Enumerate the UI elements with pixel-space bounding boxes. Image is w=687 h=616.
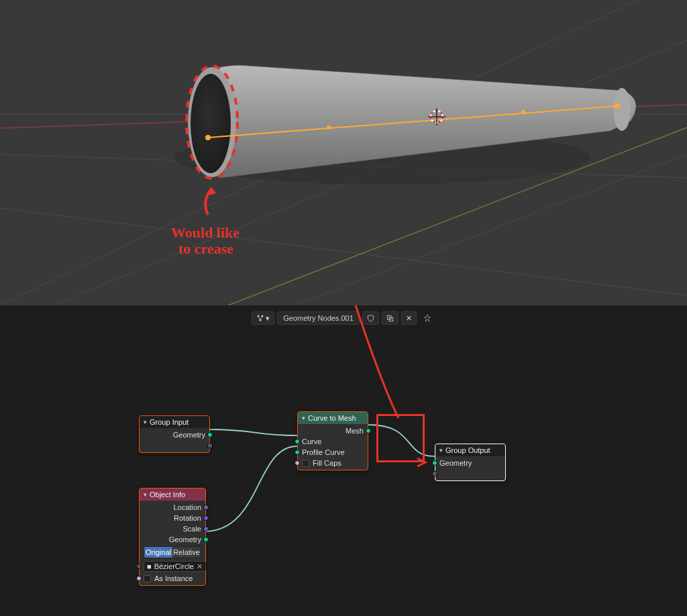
svg-point-12 [521, 110, 525, 114]
svg-line-2 [0, 208, 687, 295]
node-title: Group Input [150, 418, 189, 426]
socket-geometry-out[interactable]: Geometry [140, 534, 205, 545]
socket-geometry-in[interactable]: Geometry [435, 458, 505, 468]
svg-point-13 [615, 103, 620, 109]
as-instance-checkbox[interactable] [144, 575, 151, 582]
collapse-icon[interactable]: ▾ [144, 491, 147, 498]
object-data-icon: ■ [147, 562, 152, 570]
annotation-arrowhead [416, 457, 429, 468]
socket-empty-out[interactable] [140, 440, 209, 451]
collapse-icon[interactable]: ▾ [302, 415, 305, 421]
annotation-text: Would like to crease [171, 225, 240, 257]
shield-icon [367, 315, 374, 322]
pin-button[interactable] [419, 311, 435, 325]
collapse-icon[interactable]: ▾ [439, 447, 443, 454]
socket-mesh-out[interactable]: Mesh [298, 425, 368, 436]
node-curve-to-mesh[interactable]: ▾Curve to Mesh Mesh Curve Profile Curve … [297, 411, 368, 470]
socket-curve-in[interactable]: Curve [298, 436, 368, 447]
pin-icon [423, 314, 431, 322]
object-picker[interactable]: ■ BézierCircle ✕ [144, 561, 206, 572]
copy-icon [386, 315, 394, 322]
transform-space-toggle[interactable]: Original Relative [144, 546, 201, 558]
node-title: Curve to Mesh [308, 414, 356, 422]
socket-profile-curve-in[interactable]: Profile Curve [298, 447, 368, 458]
shield-button[interactable] [362, 311, 379, 325]
viewport-svg [0, 0, 687, 305]
close-icon: ✕ [406, 314, 412, 323]
node-editor-header: ▾ Geometry Nodes.001 ✕ [0, 311, 687, 325]
svg-point-10 [205, 135, 211, 140]
node-group-output[interactable]: ▾Group Output Geometry [435, 444, 506, 481]
svg-point-8 [191, 74, 231, 173]
node-title: Object Info [150, 491, 185, 499]
socket-fill-caps-in[interactable]: Fill Caps [298, 458, 368, 468]
node-title: Group Output [445, 446, 490, 454]
annotation-target-box [376, 414, 425, 462]
clear-object-button[interactable]: ✕ [197, 562, 203, 571]
nodetree-icon [256, 314, 264, 322]
socket-rotation-out[interactable]: Rotation [140, 513, 205, 523]
collapse-icon[interactable]: ▾ [144, 419, 147, 425]
browse-nodegroup-button[interactable]: ▾ [252, 311, 274, 325]
socket-location-out[interactable]: Location [140, 502, 205, 513]
socket-as-instance-in[interactable]: As Instance [140, 573, 205, 584]
viewport-3d[interactable]: Would like to crease [0, 0, 687, 305]
unlink-button[interactable]: ✕ [401, 311, 417, 325]
socket-empty-in[interactable] [435, 468, 505, 479]
svg-point-9 [613, 88, 631, 131]
socket-scale-out[interactable]: Scale [140, 523, 205, 534]
duplicate-button[interactable] [382, 311, 399, 325]
fill-caps-checkbox[interactable] [302, 460, 309, 467]
node-group-input[interactable]: ▾Group Input Geometry [139, 415, 210, 453]
node-object-info[interactable]: ▾Object Info Location Rotation Scale Geo… [139, 488, 206, 586]
node-editor[interactable]: ▾ Geometry Nodes.001 ✕ ▾Group Input Geom… [0, 305, 687, 616]
nodegroup-name-field[interactable]: Geometry Nodes.001 [277, 311, 360, 325]
svg-point-11 [327, 125, 331, 130]
socket-geometry-out[interactable]: Geometry [140, 429, 209, 440]
